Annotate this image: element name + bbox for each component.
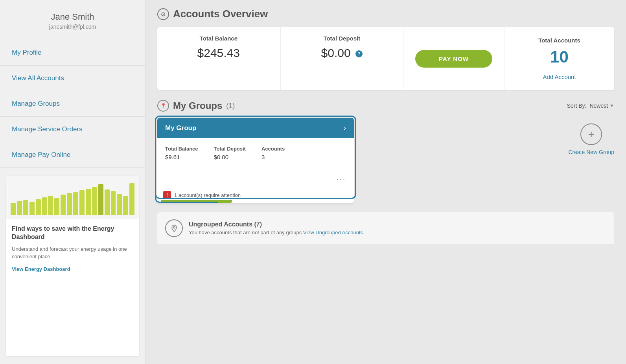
sidebar-item-manage-pay-online[interactable]: Manage Pay Online	[0, 142, 145, 168]
svg-point-0	[173, 226, 175, 228]
groups-header: 📍 My Groups (1) Sort By: Newest ▼	[157, 100, 614, 112]
ungrouped-accounts-section: Ungrouped Accounts (7) You have accounts…	[157, 212, 614, 244]
sidebar-item-manage-service-orders[interactable]: Manage Service Orders	[0, 117, 145, 142]
total-deposit-value: $0.00 ?	[293, 46, 392, 60]
sidebar-link-view-all-accounts[interactable]: View All Accounts	[12, 74, 64, 82]
accounts-overview-icon: ⊙	[157, 8, 169, 20]
view-ungrouped-link[interactable]: View Ungrouped Accounts	[303, 230, 363, 235]
group-accounts-label: Accounts	[261, 146, 285, 152]
group-balance-label: Total Balance	[165, 146, 198, 152]
group-card[interactable]: My Group › Total Balance $9.61 Total Dep…	[157, 118, 354, 203]
ungrouped-title: Ungrouped Accounts (7)	[189, 221, 606, 228]
energy-widget-content: Find ways to save with the Energy Dashbo…	[6, 219, 139, 274]
ungrouped-icon	[165, 219, 183, 237]
total-balance-label: Total Balance	[169, 35, 268, 42]
sort-by-dropdown[interactable]: Newest ▼	[589, 103, 614, 109]
chart-bar	[36, 199, 41, 215]
chart-bar	[42, 197, 47, 215]
energy-dashboard-widget: Find ways to save with the Energy Dashbo…	[6, 176, 139, 356]
group-stats-row: Total Balance $9.61 Total Deposit $0.00 …	[165, 146, 346, 160]
group-card-body: Total Balance $9.61 Total Deposit $0.00 …	[157, 138, 354, 172]
main-content: ⊙ Accounts Overview Total Balance $245.4…	[145, 0, 626, 364]
group-balance-value: $9.61	[165, 154, 198, 160]
accounts-overview-panel: Total Balance $245.43 Total Deposit $0.0…	[157, 27, 614, 90]
ungrouped-desc: You have accounts that are not part of a…	[189, 230, 606, 235]
sidebar-item-my-profile[interactable]: My Profile	[0, 40, 145, 66]
chart-bar	[117, 194, 122, 215]
sort-by-label: Sort By:	[567, 103, 587, 109]
overview-stats-row: Total Balance $245.43 Total Deposit $0.0…	[157, 27, 504, 90]
group-card-title: My Group	[165, 124, 196, 132]
total-balance-block: Total Balance $245.43	[157, 27, 280, 90]
chart-bar	[17, 201, 22, 215]
sidebar-item-manage-groups[interactable]: Manage Groups	[0, 91, 145, 117]
chart-bar	[129, 183, 134, 215]
total-deposit-label: Total Deposit	[293, 35, 392, 42]
total-accounts-value: 10	[550, 48, 569, 66]
sort-by-area: Sort By: Newest ▼	[567, 103, 614, 109]
group-deposit-value: $0.00	[214, 154, 246, 160]
chart-bar	[92, 187, 97, 215]
chart-bar	[67, 193, 72, 215]
sidebar-link-manage-service-orders[interactable]: Manage Service Orders	[12, 125, 83, 133]
add-account-link[interactable]: Add Account	[543, 74, 576, 80]
energy-widget-desc: Understand and forecast your energy usag…	[12, 245, 133, 261]
sidebar-link-manage-groups[interactable]: Manage Groups	[12, 100, 60, 107]
create-group-link[interactable]: Create New Group	[568, 149, 614, 155]
accounts-overview-title: ⊙ Accounts Overview	[157, 8, 614, 20]
energy-chart	[6, 176, 139, 219]
ungrouped-text: Ungrouped Accounts (7) You have accounts…	[189, 221, 606, 235]
sidebar-link-my-profile[interactable]: My Profile	[12, 49, 42, 56]
groups-count: (1)	[226, 102, 235, 110]
sidebar: Jane Smith janesmith@fpl.com My Profile …	[0, 0, 145, 364]
total-accounts-block: Total Accounts 10 Add Account	[504, 27, 614, 90]
total-deposit-block: Total Deposit $0.00 ?	[280, 27, 404, 90]
sidebar-link-manage-pay-online[interactable]: Manage Pay Online	[12, 151, 70, 158]
group-card-header[interactable]: My Group ›	[157, 118, 354, 138]
group-card-menu-button[interactable]: ···	[157, 172, 354, 187]
sidebar-user-info: Jane Smith janesmith@fpl.com	[0, 0, 145, 40]
chart-bar	[73, 192, 78, 215]
sidebar-user-email: janesmith@fpl.com	[8, 24, 137, 30]
chart-bar	[48, 196, 53, 215]
sort-dropdown-arrow-icon: ▼	[609, 103, 614, 108]
sidebar-item-view-all-accounts[interactable]: View All Accounts	[0, 66, 145, 91]
chart-bar	[105, 189, 110, 215]
group-deposit-label: Total Deposit	[214, 146, 246, 152]
chart-bar	[23, 200, 28, 215]
group-card-green-tail	[161, 200, 232, 203]
group-balance-col: Total Balance $9.61	[165, 146, 198, 160]
groups-icon: 📍	[157, 100, 169, 112]
view-energy-dashboard-link[interactable]: View Energy Dashboard	[12, 266, 70, 272]
energy-widget-link[interactable]: View Energy Dashboard	[12, 265, 133, 272]
group-card-highlighted-wrapper: My Group › Total Balance $9.61 Total Dep…	[157, 118, 354, 203]
groups-title: 📍 My Groups (1)	[157, 100, 235, 112]
deposit-info-icon[interactable]: ?	[355, 50, 363, 57]
my-groups-section: 📍 My Groups (1) Sort By: Newest ▼ My G	[157, 100, 614, 244]
overview-stats-left: Total Balance $245.43 Total Deposit $0.0…	[157, 27, 504, 90]
total-balance-value: $245.43	[169, 46, 268, 60]
create-group-area: + Create New Group	[568, 123, 614, 155]
chart-bar	[79, 190, 85, 215]
group-card-chevron-icon: ›	[344, 124, 346, 132]
chart-bar	[86, 189, 91, 215]
energy-widget-title: Find ways to save with the Energy Dashbo…	[12, 225, 133, 241]
pay-now-area: PAY NOW	[403, 27, 504, 90]
create-group-button[interactable]: +	[580, 123, 602, 145]
chart-bar-highlighted	[98, 184, 103, 215]
chart-bar	[123, 196, 128, 215]
attention-icon: !	[163, 191, 171, 199]
chart-bar	[111, 191, 116, 215]
sidebar-user-name: Jane Smith	[8, 12, 137, 22]
group-accounts-value: 3	[261, 154, 285, 160]
chart-bar	[61, 195, 66, 215]
group-deposit-col: Total Deposit $0.00	[214, 146, 246, 160]
chart-bar	[29, 202, 35, 215]
chart-bar	[54, 198, 59, 215]
chart-bar	[11, 203, 16, 215]
pay-now-button[interactable]: PAY NOW	[415, 50, 492, 68]
chart-bars-container	[9, 180, 136, 215]
attention-text: 1 account(s) require attention	[174, 192, 241, 198]
group-accounts-col: Accounts 3	[261, 146, 285, 160]
total-accounts-label: Total Accounts	[538, 37, 580, 44]
